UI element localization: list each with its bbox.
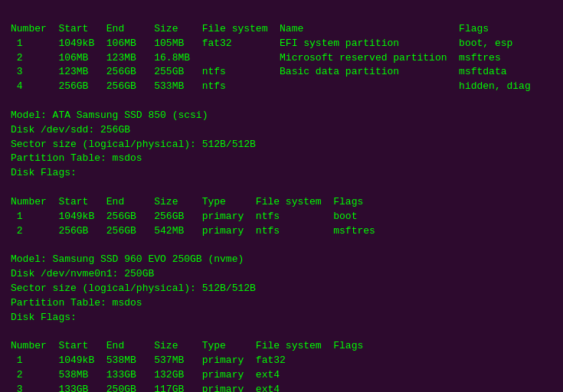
terminal-output: Number Start End Size File system Name F… xyxy=(11,8,552,392)
terminal-lines: Number Start End Size File system Name F… xyxy=(11,23,531,392)
